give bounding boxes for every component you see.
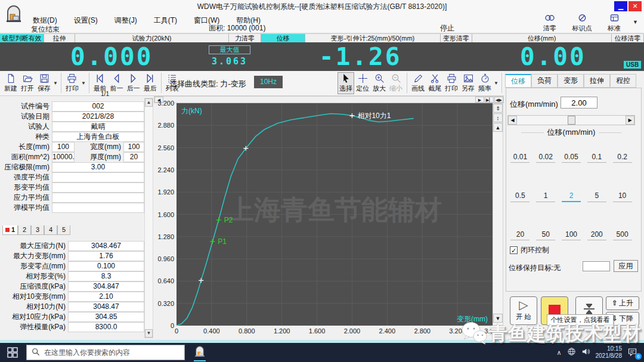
speed-option-0.01[interactable]: 0.01: [510, 153, 530, 163]
field-value[interactable]: 304.85: [68, 312, 144, 322]
打开-button[interactable]: 打开: [19, 72, 36, 94]
最后-button[interactable]: 最后: [142, 72, 159, 94]
menu-item-3[interactable]: 调整(J): [109, 14, 143, 27]
打印-dropdown-icon[interactable]: ▼: [81, 81, 86, 86]
field-value[interactable]: 上海青鱼白板: [52, 132, 144, 142]
specimen-tab-1[interactable]: 1: [2, 225, 18, 235]
field-value[interactable]: 8.3: [68, 271, 144, 281]
network-globe-icon[interactable]: [567, 347, 576, 358]
field-value[interactable]: 3048.47: [68, 302, 144, 312]
control-tab-位移[interactable]: 位移: [505, 74, 531, 88]
specimen-tab-3[interactable]: 3: [31, 225, 44, 235]
taskbar-search[interactable]: 在这里输入你要搜索的内容: [26, 345, 185, 360]
expand-vertical-icon[interactable]: ⇕: [493, 104, 503, 113]
标识点-button[interactable]: 标识点: [568, 13, 596, 33]
speed-option-1[interactable]: 1: [536, 191, 555, 202]
slider-thumb[interactable]: [568, 116, 575, 125]
speed-option-5[interactable]: 5: [587, 191, 606, 202]
field-value[interactable]: [52, 172, 144, 182]
play-icon[interactable]: ▶: [475, 97, 484, 103]
field-value[interactable]: [52, 193, 144, 203]
speed-option-2[interactable]: 2: [562, 191, 581, 202]
speed-option-200[interactable]: 200: [587, 230, 606, 240]
field-value[interactable]: 3048.467: [68, 241, 144, 251]
放大-button[interactable]: 放大: [371, 72, 388, 94]
保存-button[interactable]: 保存: [36, 72, 52, 94]
scroll-up-icon[interactable]: ▲: [493, 123, 503, 132]
频率-dropdown-icon[interactable]: ▼: [494, 81, 499, 86]
close-button[interactable]: ✕: [628, 1, 642, 11]
截尾-button[interactable]: 截尾: [426, 72, 443, 94]
apply-button[interactable]: 应用: [614, 260, 638, 272]
chart-top-scrollbar[interactable]: ◀ ▶ ▶▏ ◀▶: [154, 96, 504, 103]
field-value[interactable]: 100: [52, 142, 75, 152]
speed-option-0.5[interactable]: 0.5: [510, 191, 530, 202]
menu-item-4[interactable]: 工具(T): [148, 14, 182, 27]
start-button[interactable]: ▷ 开 始: [510, 296, 537, 325]
speed-option-500[interactable]: 500: [613, 230, 632, 240]
频率-button[interactable]: 频率: [476, 72, 493, 94]
status-cell-位移清零[interactable]: 位移清零: [612, 34, 644, 43]
field-value[interactable]: 8300.0: [68, 322, 144, 332]
status-cell-力清零[interactable]: 力清零: [229, 34, 261, 43]
scroll-down-icon[interactable]: ▼: [145, 329, 153, 338]
field-value[interactable]: [52, 182, 144, 193]
speed-option-0.1[interactable]: 0.1: [587, 153, 606, 163]
toolbar-overflow-icon[interactable]: ▼: [633, 19, 638, 25]
打印-button[interactable]: 打印: [443, 72, 460, 94]
speed-option-100[interactable]: 100: [562, 230, 581, 240]
minimize-button[interactable]: ▁: [614, 1, 627, 11]
closed-loop-checkbox[interactable]: ✓: [510, 246, 518, 254]
选择-button[interactable]: 选择: [338, 72, 354, 94]
fit-vertical-icon[interactable]: ↨: [493, 113, 503, 122]
标准-button[interactable]: 标准: [600, 13, 628, 33]
specimen-tab-4[interactable]: 4: [44, 225, 57, 235]
left-panel-scrollbar[interactable]: ▲ ▼: [144, 98, 153, 338]
speed-input[interactable]: [561, 97, 597, 109]
后一-button[interactable]: 后一: [125, 72, 142, 94]
hold-target-input[interactable]: [583, 261, 610, 271]
field-value[interactable]: 100: [123, 142, 144, 152]
画线-button[interactable]: 画线: [410, 72, 426, 94]
field-value[interactable]: 1.76: [68, 251, 144, 261]
speed-option-20[interactable]: 20: [510, 230, 530, 240]
field-value[interactable]: [52, 203, 144, 213]
另存-button[interactable]: 另存: [460, 72, 476, 94]
crosshead-up-button[interactable]: ⇧上升: [606, 296, 639, 310]
field-value[interactable]: 3.00: [52, 162, 144, 172]
control-tab-拉伸[interactable]: 拉伸: [584, 74, 610, 88]
tray-chevron-icon[interactable]: ∧: [556, 349, 561, 357]
打印-button[interactable]: 打印: [64, 72, 80, 94]
field-value[interactable]: 20: [123, 152, 144, 162]
control-tab-负荷[interactable]: 负荷: [531, 74, 558, 88]
field-value[interactable]: 002: [52, 101, 144, 112]
speed-slider[interactable]: ◀ ▶: [507, 115, 635, 125]
taskbar-app-icon[interactable]: [192, 345, 208, 360]
保存-dropdown-icon[interactable]: ▼: [53, 81, 58, 86]
speed-option-0.02[interactable]: 0.02: [536, 153, 555, 163]
slider-left-icon[interactable]: ◀: [508, 116, 517, 125]
control-tab-变形[interactable]: 变形: [558, 74, 584, 88]
scroll-up-icon[interactable]: ▲: [145, 98, 153, 107]
field-value[interactable]: 304.847: [68, 281, 144, 292]
volume-icon[interactable]: [581, 347, 590, 358]
定位-button[interactable]: 定位: [354, 72, 371, 94]
status-cell-位移[interactable]: 位移: [261, 34, 305, 43]
plot-area[interactable]: 上海青鱼节能辅材P1P2相对10力1力(kN)变形(mm): [177, 103, 493, 326]
field-value[interactable]: 10000.00: [52, 152, 75, 162]
status-cell-拉伸[interactable]: 拉伸: [44, 34, 75, 43]
control-tab-程控[interactable]: 程控: [610, 74, 636, 88]
slider-right-icon[interactable]: ▶: [626, 116, 634, 125]
menu-item-2[interactable]: 设置(S): [69, 14, 103, 27]
新建-button[interactable]: 新建: [2, 72, 19, 94]
taskbar-clock[interactable]: 10:15 2021/8/28: [596, 345, 623, 360]
status-cell-破型判断有效[interactable]: 破型判断有效: [0, 34, 44, 43]
field-value[interactable]: 2021/8/28: [52, 112, 144, 122]
speed-option-0.2[interactable]: 0.2: [613, 153, 632, 163]
status-cell-变形清零[interactable]: 变形清零: [441, 34, 472, 43]
scroll-down-icon[interactable]: ▼: [493, 314, 503, 323]
speed-option-10[interactable]: 10: [613, 191, 632, 202]
field-value[interactable]: 0.100: [68, 261, 144, 271]
speed-option-0.05[interactable]: 0.05: [562, 153, 581, 163]
notification-center-button[interactable]: 6: [627, 347, 639, 358]
